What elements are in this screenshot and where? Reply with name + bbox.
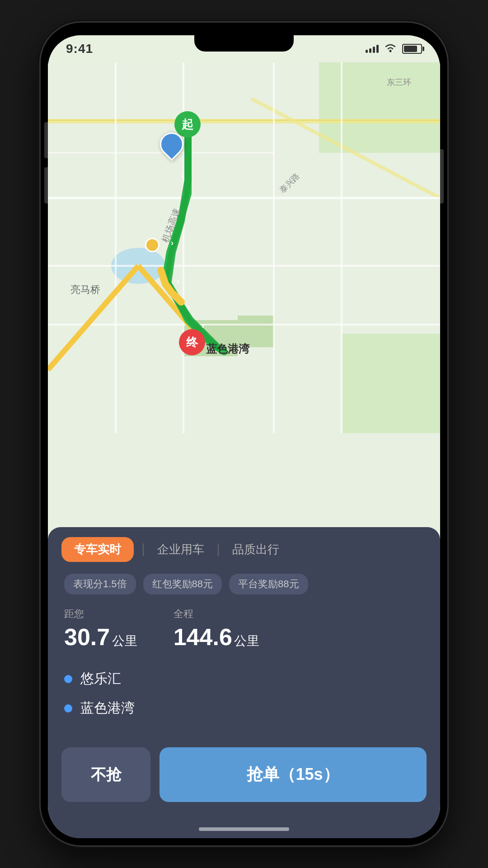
total-value: 144.6 <box>174 624 232 650</box>
total-value-row: 144.6 公里 <box>174 623 260 651</box>
svg-text:›: › <box>181 170 184 179</box>
tab-enterprise[interactable]: 企业用车 <box>153 537 209 562</box>
status-time: 9:41 <box>66 42 93 56</box>
tag-platform: 平台奖励88元 <box>229 574 308 594</box>
stop-item-1: 悠乐汇 <box>64 664 424 693</box>
svg-rect-2 <box>319 62 440 153</box>
reject-button[interactable]: 不抢 <box>61 747 150 802</box>
wifi-icon <box>384 42 397 55</box>
tag-redpacket: 红包奖励88元 <box>143 574 222 594</box>
tab-quality[interactable]: 品质出行 <box>228 537 284 562</box>
stop-label-1: 悠乐汇 <box>80 670 121 688</box>
svg-text:›: › <box>177 277 179 286</box>
distance-row: 距您 30.7 公里 全程 144.6 公里 <box>64 607 424 651</box>
stop-item-2: 蓝色港湾 <box>64 693 424 723</box>
tab-divider <box>143 543 144 556</box>
svg-point-0 <box>389 50 392 52</box>
action-row: 不抢 抢单（15s） <box>48 738 440 820</box>
distance-total: 全程 144.6 公里 <box>174 607 260 651</box>
from-you-unit: 公里 <box>112 634 137 648</box>
tab-active[interactable]: 专车实时 <box>61 537 134 562</box>
total-label: 全程 <box>174 607 260 621</box>
car-marker <box>160 132 183 156</box>
volume-down-button[interactable] <box>44 167 48 203</box>
battery-icon <box>402 44 422 54</box>
stop-dot-1 <box>64 675 72 683</box>
svg-text:›: › <box>202 321 204 330</box>
bottom-panel: 专车实时 企业用车 品质出行 表现分1.5倍 红包奖励88元 平台奖励88元 距… <box>48 527 440 838</box>
phone-frame: 9:41 <box>41 23 447 845</box>
svg-rect-3 <box>342 334 440 433</box>
volume-up-button[interactable] <box>44 122 48 158</box>
signal-icon <box>366 45 379 53</box>
svg-text:东三环: 东三环 <box>387 78 411 87</box>
stop-dot-2 <box>64 704 72 712</box>
from-you-label: 距您 <box>64 607 137 621</box>
car-dot <box>155 127 188 161</box>
congestion-dot <box>145 238 160 252</box>
accept-button[interactable]: 抢单（15s） <box>160 747 427 802</box>
tag-performance: 表现分1.5倍 <box>64 574 136 594</box>
route-stops: 悠乐汇 蓝色港湾 <box>64 664 424 723</box>
stop-label-2: 蓝色港湾 <box>80 699 135 717</box>
end-marker-label: 终 <box>179 329 205 355</box>
tab-bar: 专车实时 企业用车 品质出行 <box>48 527 440 569</box>
tab-divider2 <box>218 543 219 556</box>
tags-row: 表现分1.5倍 红包奖励88元 平台奖励88元 <box>64 574 424 594</box>
power-button[interactable] <box>440 149 444 203</box>
home-bar <box>199 827 289 831</box>
svg-text:›: › <box>187 303 190 312</box>
svg-text:›: › <box>171 238 174 247</box>
distance-from-you: 距您 30.7 公里 <box>64 607 137 651</box>
notch <box>194 35 294 52</box>
home-indicator <box>48 820 440 838</box>
destination-label: 蓝色港湾 <box>206 342 249 356</box>
svg-text:亮马桥: 亮马桥 <box>70 284 100 295</box>
map-area: › › › › › › 机场高速 亮马桥 泰兴路 东三环 起 <box>48 62 440 527</box>
end-marker: 终 <box>179 329 205 355</box>
from-you-value-row: 30.7 公里 <box>64 623 137 651</box>
total-unit: 公里 <box>234 634 259 648</box>
phone-screen: 9:41 <box>48 35 440 838</box>
info-section: 表现分1.5倍 红包奖励88元 平台奖励88元 距您 30.7 公里 全程 <box>48 569 440 738</box>
status-icons <box>366 42 422 55</box>
from-you-value: 30.7 <box>64 624 110 650</box>
